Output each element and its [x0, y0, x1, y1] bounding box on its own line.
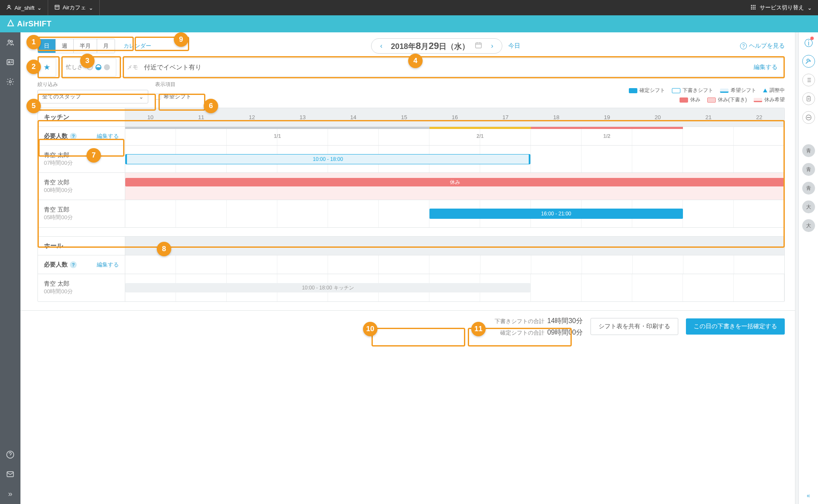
shift-bar-draft[interactable]: 10:00 - 18:00 [125, 154, 530, 164]
collapse-sidebar-icon[interactable]: » [4, 488, 16, 500]
hour-cell: 15 [379, 108, 429, 126]
memo-text: 付近でイベント有り [144, 63, 748, 72]
user-menu[interactable]: Air_shift ⌄ [0, 0, 48, 15]
date-display: 2018年8月29日（水） [391, 40, 470, 52]
view-week-button[interactable]: 週 [56, 39, 74, 53]
staff-grid[interactable]: 10:00 - 18:00 [125, 146, 784, 172]
view-halfmonth-button[interactable]: 半月 [74, 39, 97, 53]
wish-shift-checkbox[interactable]: 希望シフト [155, 90, 191, 103]
required-edit-link[interactable]: 編集する [97, 132, 119, 140]
hour-cell: 19 [582, 108, 633, 126]
svg-point-11 [11, 40, 12, 42]
sidebar-right: ⓘ 青 青 青 大 大 « [798, 32, 818, 504]
schedule: キッチン 10 11 12 13 14 15 16 17 18 19 [37, 108, 785, 310]
avatar[interactable]: 大 [802, 219, 815, 232]
clipboard-icon[interactable] [802, 92, 815, 105]
avatar[interactable]: 青 [802, 163, 815, 176]
callout-5: 5 [26, 99, 41, 113]
service-switch-label: サービス切り替え [760, 4, 804, 11]
display-group: 表示項目 希望シフト [155, 81, 191, 103]
staff-hours: 00時間00分 [44, 288, 119, 295]
help-link[interactable]: ? ヘルプを見る [740, 42, 785, 50]
info-icon[interactable]: ⓘ [804, 37, 813, 49]
help-icon[interactable]: ? [70, 133, 77, 140]
svg-point-0 [8, 5, 10, 7]
hour-cell: 13 [277, 108, 328, 126]
prev-date-button[interactable]: ‹ [377, 40, 386, 52]
staff-grid[interactable]: 10:00 - 18:00 キッチン [125, 274, 784, 301]
shift-bar-confirmed[interactable]: 16:00 - 21:00 [429, 209, 683, 219]
shift-bar-wish[interactable]: 10:00 - 18:00 キッチン [125, 283, 530, 292]
brand-bar: AirSHIFT [0, 15, 818, 32]
memo-box: メモ 付近でイベント有り 編集する [120, 58, 785, 77]
checkbox-icon [155, 94, 161, 100]
svg-rect-9 [755, 8, 755, 9]
svg-rect-1 [751, 5, 752, 6]
schedule-section-hall: ホール 必要人数? 編集する [37, 236, 785, 302]
confirm-all-button[interactable]: この日の下書きを一括確定する [686, 318, 785, 335]
svg-point-23 [809, 117, 810, 117]
today-link[interactable]: 今日 [508, 42, 520, 50]
avatar[interactable]: 青 [802, 182, 815, 195]
svg-point-14 [9, 81, 12, 83]
required-edit-link[interactable]: 編集する [97, 261, 119, 269]
avatar[interactable]: 青 [802, 144, 815, 157]
sidebar-left: » [0, 32, 20, 504]
hour-cell: 17 [481, 108, 531, 126]
share-print-button[interactable]: シフト表を共有・印刷する [590, 318, 678, 335]
shift-bar-rest[interactable]: 休み [125, 178, 784, 186]
staff-hours: 05時間00分 [44, 214, 119, 221]
checkbox-label: 希望シフト [164, 93, 191, 100]
hour-cell: 11 [176, 108, 227, 126]
staff-name: 青空 太郎 [44, 280, 119, 288]
filter-label: 絞り込み [37, 81, 148, 88]
callout-3: 3 [80, 54, 95, 68]
section-title: ホール [38, 237, 125, 255]
memo-edit-link[interactable]: 編集する [754, 63, 778, 71]
calendar-link[interactable]: カレンダー [124, 42, 151, 50]
logo-icon [7, 19, 14, 29]
hour-cell: 16 [429, 108, 480, 126]
legend: 確定シフト 下書きシフト 希望シフト 調整中 休み 休み(下書き) 休み希望 [629, 87, 785, 103]
callout-4: 4 [408, 54, 423, 68]
store-menu[interactable]: Airカフェ ⌄ [48, 0, 100, 15]
add-staff-icon[interactable] [802, 55, 815, 68]
svg-rect-2 [753, 5, 754, 6]
help-icon[interactable]: ? [70, 261, 77, 268]
staff-grid[interactable]: 休み [125, 173, 784, 200]
calendar-icon[interactable] [475, 41, 482, 51]
settings-nav-icon[interactable] [4, 76, 16, 88]
callout-1: 1 [26, 35, 41, 49]
hour-cell: 10 [125, 108, 176, 126]
expand-sidebar-icon[interactable]: « [807, 492, 810, 499]
avatar[interactable]: 大 [802, 200, 815, 213]
staff-filter-select[interactable]: 全てのスタッフ ⌄ [37, 90, 148, 103]
busy-dot-mid[interactable] [95, 64, 101, 70]
scrollbar[interactable] [795, 32, 798, 504]
svg-rect-6 [755, 6, 755, 7]
svg-point-10 [8, 40, 10, 42]
service-switch[interactable]: サービス切り替え ⌄ [744, 0, 818, 15]
schedule-section-kitchen: キッチン 10 11 12 13 14 15 16 17 18 19 [37, 108, 785, 228]
footer-totals: 下書きシフトの合計14時間30分 確定シフトの合計09時間00分 [495, 315, 583, 338]
list-icon[interactable] [802, 74, 815, 86]
id-nav-icon[interactable] [4, 56, 16, 68]
mail-nav-icon[interactable] [4, 468, 16, 480]
hours-header [125, 237, 784, 255]
hours-header: 10 11 12 13 14 15 16 17 18 19 20 21 [125, 108, 784, 126]
staff-grid[interactable]: 16:00 - 21:00 [125, 200, 784, 227]
filter-value: 全てのスタッフ [42, 93, 81, 100]
staff-nav-icon[interactable] [4, 37, 16, 49]
svg-rect-3 [755, 5, 755, 6]
required-title: 必要人数? [44, 261, 77, 269]
busy-dot-high[interactable] [104, 64, 110, 70]
required-grid [125, 255, 784, 274]
next-date-button[interactable]: › [487, 40, 496, 52]
chat-icon[interactable] [802, 111, 815, 124]
svg-rect-8 [753, 8, 754, 9]
filter-group: 絞り込み 全てのスタッフ ⌄ [37, 81, 148, 103]
help-nav-icon[interactable] [4, 449, 16, 461]
view-month-button[interactable]: 月 [97, 39, 115, 53]
hour-cell: 21 [683, 108, 734, 126]
user-name: Air_shift [14, 5, 35, 11]
